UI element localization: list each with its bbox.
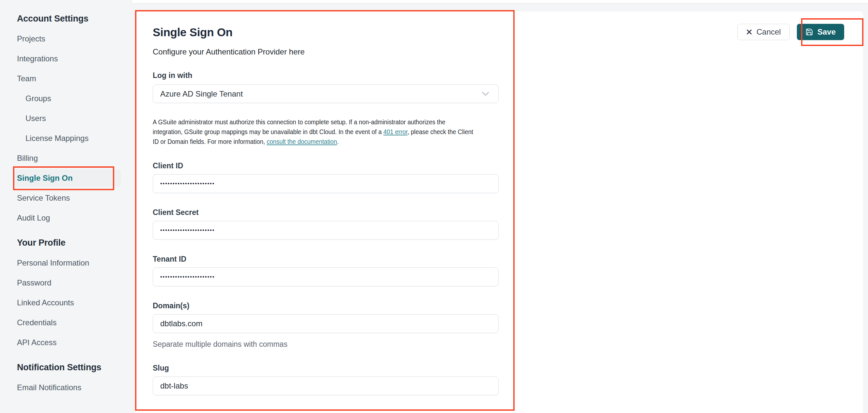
client-secret-label: Client Secret bbox=[153, 208, 508, 217]
save-button[interactable]: Save bbox=[797, 24, 844, 40]
cancel-button[interactable]: Cancel bbox=[738, 24, 790, 40]
client-id-field: Client ID bbox=[153, 161, 508, 193]
link-401-error[interactable]: 401 error bbox=[383, 128, 408, 135]
sidebar-item-billing[interactable]: Billing bbox=[17, 154, 132, 163]
sidebar-section-account-settings: Account Settings Projects Integrations T… bbox=[17, 14, 132, 222]
client-secret-input[interactable] bbox=[153, 221, 499, 240]
sidebar-item-api-access[interactable]: API Access bbox=[17, 338, 132, 347]
slug-input[interactable] bbox=[153, 377, 499, 395]
chevron-down-icon bbox=[482, 92, 489, 96]
client-id-input[interactable] bbox=[153, 174, 499, 193]
x-icon bbox=[746, 29, 752, 35]
sidebar-item-audit-log[interactable]: Audit Log bbox=[17, 213, 132, 222]
sidebar-item-single-sign-on[interactable]: Single Sign On bbox=[15, 169, 121, 187]
client-id-label: Client ID bbox=[153, 161, 508, 170]
sidebar-item-personal-information[interactable]: Personal Information bbox=[17, 258, 132, 267]
tenant-id-label: Tenant ID bbox=[153, 255, 508, 263]
login-with-label: Log in with bbox=[153, 71, 508, 80]
domains-helper-text: Separate multiple domains with commas bbox=[153, 340, 508, 349]
domains-field: Domain(s) Separate multiple domains with… bbox=[153, 301, 508, 349]
sidebar-item-linked-accounts[interactable]: Linked Accounts bbox=[17, 298, 132, 307]
tenant-id-field: Tenant ID bbox=[153, 255, 508, 286]
chevron-up-icon bbox=[101, 76, 110, 81]
page-subtitle: Configure your Authentication Provider h… bbox=[153, 47, 508, 57]
sidebar-item-integrations[interactable]: Integrations bbox=[17, 54, 132, 63]
settings-sidebar: Account Settings Projects Integrations T… bbox=[0, 0, 132, 413]
client-secret-field: Client Secret bbox=[153, 208, 508, 240]
sidebar-item-service-tokens[interactable]: Service Tokens bbox=[17, 193, 132, 202]
domains-input[interactable] bbox=[153, 314, 499, 333]
sidebar-heading-account-settings: Account Settings bbox=[17, 14, 132, 24]
login-with-value: Azure AD Single Tenant bbox=[160, 89, 243, 98]
form-actions: Cancel Save bbox=[738, 24, 844, 40]
sidebar-item-credentials[interactable]: Credentials bbox=[17, 318, 132, 327]
sidebar-section-notification-settings: Notification Settings Email Notification… bbox=[17, 362, 132, 392]
sidebar-item-projects[interactable]: Projects bbox=[17, 34, 132, 43]
sidebar-item-team[interactable]: Team bbox=[17, 74, 110, 83]
floppy-disk-icon bbox=[805, 28, 813, 36]
sidebar-section-your-profile: Your Profile Personal Information Passwo… bbox=[17, 238, 132, 347]
login-with-select[interactable]: Azure AD Single Tenant bbox=[153, 85, 499, 103]
page-title: Single Sign On bbox=[153, 26, 508, 39]
sidebar-item-password[interactable]: Password bbox=[17, 278, 132, 287]
tenant-id-input[interactable] bbox=[153, 267, 499, 286]
domains-label: Domain(s) bbox=[153, 301, 508, 310]
login-with-field: Log in with Azure AD Single Tenant bbox=[153, 71, 508, 103]
sso-form: Single Sign On Configure your Authentica… bbox=[136, 11, 508, 395]
slug-field: Slug bbox=[153, 364, 508, 395]
link-consult-documentation[interactable]: consult the documentation bbox=[267, 138, 337, 145]
top-navbar-edge bbox=[132, 0, 868, 4]
provider-note: A GSuite administrator must authorize th… bbox=[153, 117, 465, 147]
sidebar-item-license-mappings[interactable]: License Mappings bbox=[17, 134, 132, 143]
main-panel: Cancel Save Single Sign On Configure you… bbox=[136, 11, 863, 413]
slug-label: Slug bbox=[153, 364, 508, 373]
sidebar-item-users[interactable]: Users bbox=[17, 114, 132, 123]
sidebar-item-groups[interactable]: Groups bbox=[17, 94, 132, 103]
sidebar-heading-notification-settings: Notification Settings bbox=[17, 362, 132, 373]
sidebar-heading-your-profile: Your Profile bbox=[17, 238, 132, 248]
sidebar-item-email-notifications[interactable]: Email Notifications bbox=[17, 383, 132, 392]
